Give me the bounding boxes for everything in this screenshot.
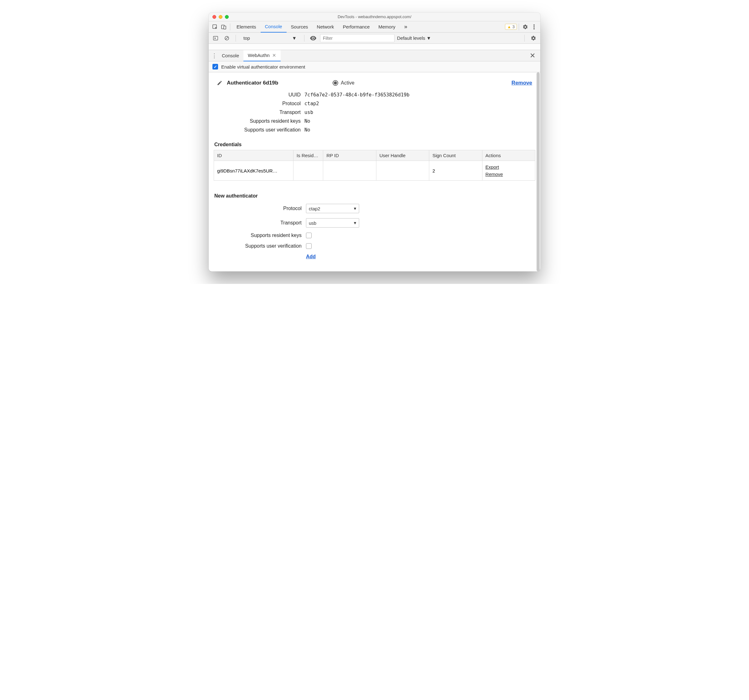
context-value: top [243, 35, 250, 41]
new-resident-checkbox[interactable] [306, 233, 312, 238]
col-sign-count[interactable]: Sign Count [429, 150, 482, 161]
drawer-tab-webauthn[interactable]: WebAuthn ✕ [243, 50, 281, 61]
settings-gear-icon[interactable] [521, 23, 530, 31]
cell-is-resident [293, 161, 323, 181]
main-tab-strip: Elements Console Sources Network Perform… [209, 21, 540, 32]
cell-actions: Export Remove [482, 161, 535, 181]
warnings-badge[interactable]: ▲ 3 [505, 24, 517, 30]
authenticator-header: Authenticator 6d19b Active Remove [214, 75, 535, 89]
tab-console[interactable]: Console [261, 21, 287, 32]
resident-keys-label: Supports resident keys [214, 118, 304, 124]
minimize-window-button[interactable] [219, 15, 222, 19]
export-credential-link[interactable]: Export [486, 164, 532, 171]
levels-label: Default levels [397, 35, 425, 41]
authenticator-name: Authenticator 6d19b [227, 80, 278, 86]
protocol-value: ctap2 [304, 101, 319, 106]
uuid-value: 7cf6a7e2-0537-48c4-b9fe-f3653826d19b [304, 92, 410, 98]
webauthn-panel: Authenticator 6d19b Active Remove UUID 7… [209, 72, 540, 271]
drawer-tab-label: Console [222, 53, 239, 58]
table-row[interactable]: gi9DBsn77iLAXdK7es5UR… 2 Export Remove [214, 161, 535, 181]
enable-env-checkbox[interactable]: ✓ [212, 64, 218, 69]
new-transport-value: usb [309, 221, 316, 226]
device-toggle-icon[interactable] [219, 23, 228, 31]
new-protocol-row: Protocol ctap2 ▾ [214, 201, 535, 216]
live-expression-eye-icon[interactable] [309, 34, 318, 43]
new-userverif-label: Supports user verification [214, 243, 306, 249]
warnings-count: 3 [512, 25, 515, 29]
drawer-tab-strip: ⋮ Console WebAuthn ✕ ✕ [209, 50, 540, 61]
divider [235, 35, 236, 41]
remove-credential-link[interactable]: Remove [486, 171, 532, 178]
console-settings-gear-icon[interactable] [529, 34, 538, 43]
close-drawer-icon[interactable]: ✕ [527, 52, 538, 60]
log-levels-select[interactable]: Default levels ▼ [397, 35, 431, 41]
new-authenticator-title: New authenticator [214, 181, 535, 201]
toggle-sidebar-icon[interactable] [211, 34, 220, 43]
credentials-table: ID Is Resid… RP ID User Handle Sign Coun… [214, 150, 535, 181]
transport-label: Transport [214, 110, 304, 115]
devtools-window: DevTools - webauthndemo.appspot.com/ Ele… [209, 12, 540, 271]
tab-overflow-button[interactable]: » [400, 21, 412, 32]
new-protocol-label: Protocol [214, 206, 306, 211]
transport-value: usb [304, 110, 313, 115]
chevron-down-icon: ▾ [354, 220, 356, 226]
zoom-window-button[interactable] [225, 15, 229, 19]
user-verification-label: Supports user verification [214, 127, 304, 133]
divider [304, 35, 304, 41]
col-id[interactable]: ID [214, 150, 293, 161]
remove-authenticator-link[interactable]: Remove [512, 80, 535, 86]
new-transport-select[interactable]: usb ▾ [306, 218, 359, 228]
cell-user-handle [376, 161, 429, 181]
close-tab-icon[interactable]: ✕ [272, 53, 276, 58]
clear-console-icon[interactable] [222, 34, 231, 43]
warning-icon: ▲ [507, 25, 511, 29]
tab-memory[interactable]: Memory [374, 21, 400, 32]
console-toolbar: top ▼ Default levels ▼ [209, 32, 540, 44]
tab-sources[interactable]: Sources [287, 21, 313, 32]
add-authenticator-link[interactable]: Add [306, 254, 316, 259]
credentials-header-row: ID Is Resid… RP ID User Handle Sign Coun… [214, 150, 535, 161]
divider [230, 23, 230, 31]
active-radio[interactable] [333, 80, 338, 86]
console-body-spacer [209, 44, 540, 50]
col-user-handle[interactable]: User Handle [376, 150, 429, 161]
divider [524, 35, 525, 41]
new-transport-row: Transport usb ▾ [214, 216, 535, 230]
svg-rect-2 [224, 26, 226, 29]
svg-point-5 [533, 28, 535, 29]
window-title: DevTools - webauthndemo.appspot.com/ [209, 14, 540, 19]
user-verification-value: No [304, 127, 310, 133]
close-window-button[interactable] [212, 15, 216, 19]
col-is-resident[interactable]: Is Resid… [293, 150, 323, 161]
drawer-tab-label: WebAuthn [248, 53, 270, 58]
tab-network[interactable]: Network [313, 21, 339, 32]
context-select[interactable]: top ▼ [240, 34, 300, 43]
uuid-label: UUID [214, 92, 304, 98]
new-userverif-checkbox[interactable] [306, 243, 312, 249]
inspect-element-icon[interactable] [211, 23, 219, 31]
active-radio-group: Active [333, 80, 355, 86]
add-row: Add [214, 251, 535, 262]
cell-rp-id [323, 161, 376, 181]
more-menu-icon[interactable] [530, 23, 538, 31]
svg-point-4 [533, 26, 535, 28]
new-protocol-value: ctap2 [309, 206, 320, 211]
scroll-thumb[interactable] [537, 72, 540, 271]
col-actions[interactable]: Actions [482, 150, 535, 161]
new-protocol-select[interactable]: ctap2 ▾ [306, 204, 359, 213]
enable-env-row: ✓ Enable virtual authenticator environme… [209, 61, 540, 72]
svg-point-3 [533, 25, 535, 26]
edit-icon[interactable] [217, 80, 222, 86]
resident-keys-value: No [304, 118, 310, 124]
drawer-tab-console[interactable]: Console [217, 50, 243, 61]
active-label: Active [341, 80, 355, 86]
filter-input[interactable] [320, 34, 394, 42]
tab-elements[interactable]: Elements [232, 21, 261, 32]
cell-id: gi9DBsn77iLAXdK7es5UR… [214, 161, 293, 181]
scrollbar[interactable] [537, 72, 540, 271]
new-resident-label: Supports resident keys [214, 233, 306, 238]
col-rp-id[interactable]: RP ID [323, 150, 376, 161]
drawer-more-icon[interactable]: ⋮ [211, 52, 217, 59]
tab-performance[interactable]: Performance [339, 21, 374, 32]
titlebar: DevTools - webauthndemo.appspot.com/ [209, 12, 540, 21]
